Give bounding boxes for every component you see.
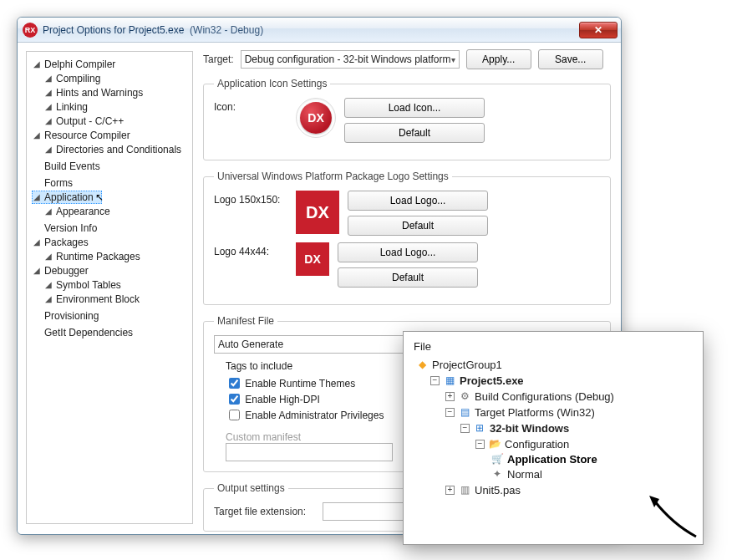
collapse-icon[interactable]: − [430,376,440,385]
window-title: Project Options for Project5.exe (Win32 … [43,24,263,36]
tree-normal[interactable]: ✦ Normal [490,467,542,481]
exe-icon: ▦ [443,374,456,387]
nav-dirs-cond[interactable]: Directories and Conditionals [43,143,183,156]
enable-high-dpi-checkbox[interactable]: Enable High-DPI [226,394,320,405]
logo150-preview: DX [296,191,339,234]
app-icon-legend: Application Icon Settings [214,78,330,89]
unit-icon: ▥ [458,483,471,496]
nav-getit-dependencies[interactable]: GetIt Dependencies [32,326,135,339]
collapse-icon[interactable]: − [475,440,485,449]
nav-forms[interactable]: Forms [32,176,74,190]
chevron-down-icon: ▾ [451,55,455,64]
output-legend: Output settings [214,482,288,494]
apply-button[interactable]: Apply... [466,49,531,69]
titlebar: RX Project Options for Project5.exe (Win… [18,18,621,43]
nav-environment-block[interactable]: Environment Block [43,293,141,306]
platforms-icon: ▤ [458,405,471,419]
nav-debugger[interactable]: Debugger [32,264,90,277]
tree-target-platforms[interactable]: − ▤ Target Platforms (Win32) [445,405,595,419]
nav-provisioning[interactable]: Provisioning [32,309,100,323]
save-button[interactable]: Save... [538,49,603,69]
project-manager-panel: File ◆ ProjectGroup1 − ▦ Project5.exe + … [403,331,704,545]
nav-compiling[interactable]: Compiling [43,72,102,85]
file-header: File [414,340,693,353]
logo150-label: Logo 150x150: [214,191,287,206]
nav-runtime-packages[interactable]: Runtime Packages [43,250,142,263]
load-logo150-button[interactable]: Load Logo... [348,191,488,211]
collapse-icon[interactable]: − [460,424,470,433]
nav-build-events[interactable]: Build Events [32,160,102,173]
app-icon: RX [23,23,38,38]
nav-linking[interactable]: Linking [43,100,89,114]
nav-application[interactable]: Application↖ [32,191,102,204]
options-nav-tree[interactable]: Delphi Compiler Compiling Hints and Warn… [26,51,193,524]
logo44-preview: DX [296,242,329,276]
manifest-legend: Manifest File [214,315,277,327]
project-tree[interactable]: ◆ ProjectGroup1 − ▦ Project5.exe + ⚙ Bui… [414,358,693,496]
logo44-label: Logo 44x44: [214,242,287,257]
enable-runtime-themes-checkbox[interactable]: Enable Runtime Themes [226,378,355,389]
icon-label: Icon: [214,98,287,113]
load-icon-button[interactable]: Load Icon... [344,98,485,118]
app-icon-settings-group: Application Icon Settings Icon: DX Load … [203,78,611,160]
nav-packages[interactable]: Packages [32,236,90,249]
gear-icon: ✦ [490,467,504,481]
tree-project[interactable]: − ▦ Project5.exe [430,374,524,387]
nav-delphi-compiler[interactable]: Delphi Compiler [32,58,117,71]
collapse-icon[interactable]: − [445,408,455,417]
expand-icon[interactable]: + [445,486,455,495]
nav-hints-warnings[interactable]: Hints and Warnings [43,86,145,99]
annotation-arrow-icon [648,491,698,541]
tree-configuration[interactable]: − 📂 Configuration [475,437,569,451]
target-ext-label: Target file extension: [214,506,314,517]
tree-build-configurations[interactable]: + ⚙ Build Configurations (Debug) [445,389,614,403]
tree-32bit-windows[interactable]: − ⊞ 32-bit Windows [460,421,569,435]
cart-icon: 🛒 [490,452,504,466]
expand-icon[interactable]: + [445,392,455,401]
icon-default-button[interactable]: Default [344,123,485,143]
dx-logo-icon: DX [300,102,332,134]
folder-icon: 📂 [488,437,501,451]
target-select[interactable]: Debug configuration - 32-bit Windows pla… [241,50,460,69]
logo44-default-button[interactable]: Default [338,267,478,288]
enable-admin-checkbox[interactable]: Enable Administrator Privileges [226,410,384,421]
app-icon-preview: DX [296,98,336,138]
tree-application-store[interactable]: 🛒 Application Store [490,452,597,466]
project-group-icon: ◆ [415,358,429,371]
close-button[interactable]: ✕ [579,22,618,38]
nav-output-c[interactable]: Output - C/C++ [43,115,125,128]
nav-appearance[interactable]: Appearance [43,205,112,218]
load-logo44-button[interactable]: Load Logo... [338,242,478,262]
uwp-logo-group: Universal Windows Platform Package Logo … [203,171,611,305]
custom-manifest-input [226,443,393,461]
logo150-default-button[interactable]: Default [348,216,488,236]
uwp-legend: Universal Windows Platform Package Logo … [214,171,452,182]
target-label: Target: [203,53,234,65]
nav-version-info[interactable]: Version Info [32,221,99,235]
cursor-icon: ↖ [95,191,104,203]
tree-project-group[interactable]: ◆ ProjectGroup1 [415,358,502,371]
nav-symbol-tables[interactable]: Symbol Tables [43,278,123,292]
windows-icon: ⊞ [473,421,486,435]
gear-icon: ⚙ [458,389,471,403]
nav-resource-compiler[interactable]: Resource Compiler [32,129,132,142]
tree-unit5[interactable]: + ▥ Unit5.pas [445,483,521,496]
